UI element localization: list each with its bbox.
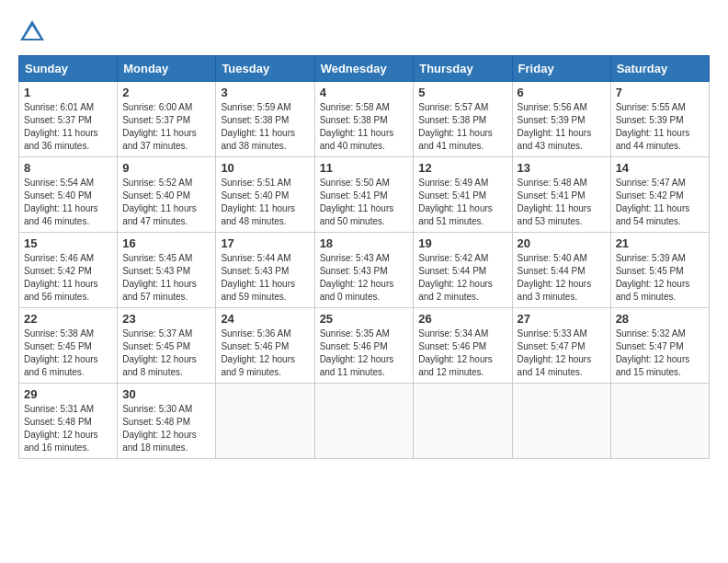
calendar-cell (512, 384, 610, 459)
calendar-cell (314, 384, 414, 459)
day-info: Sunrise: 5:36 AMSunset: 5:46 PMDaylight:… (221, 327, 309, 379)
day-number: 22 (24, 312, 112, 326)
day-number: 17 (221, 236, 309, 250)
calendar-cell: 2Sunrise: 6:00 AMSunset: 5:37 PMDaylight… (118, 82, 216, 157)
day-number: 7 (616, 86, 704, 99)
calendar-cell: 28Sunrise: 5:32 AMSunset: 5:47 PMDayligh… (610, 308, 709, 384)
calendar-cell: 12Sunrise: 5:49 AMSunset: 5:41 PMDayligh… (414, 157, 512, 233)
calendar-cell (414, 384, 512, 459)
header-monday: Monday (118, 56, 216, 82)
day-number: 13 (518, 161, 606, 175)
logo-icon (18, 18, 46, 46)
day-info: Sunrise: 6:01 AMSunset: 5:37 PMDaylight:… (24, 101, 112, 153)
day-number: 16 (122, 236, 210, 250)
day-number: 23 (122, 312, 210, 326)
week-row-5: 29Sunrise: 5:31 AMSunset: 5:48 PMDayligh… (19, 384, 710, 459)
day-info: Sunrise: 5:32 AMSunset: 5:47 PMDaylight:… (616, 327, 704, 379)
header-saturday: Saturday (610, 56, 709, 82)
calendar-cell: 16Sunrise: 5:45 AMSunset: 5:43 PMDayligh… (118, 233, 216, 308)
calendar-cell: 26Sunrise: 5:34 AMSunset: 5:46 PMDayligh… (414, 308, 512, 384)
calendar-cell: 3Sunrise: 5:59 AMSunset: 5:38 PMDaylight… (216, 82, 314, 157)
day-info: Sunrise: 5:35 AMSunset: 5:46 PMDaylight:… (320, 327, 409, 379)
day-info: Sunrise: 5:50 AMSunset: 5:41 PMDaylight:… (320, 177, 409, 228)
day-number: 6 (518, 86, 606, 99)
day-number: 20 (518, 236, 606, 250)
calendar-table: SundayMondayTuesdayWednesdayThursdayFrid… (18, 55, 710, 459)
day-info: Sunrise: 5:48 AMSunset: 5:41 PMDaylight:… (518, 177, 606, 228)
day-number: 10 (221, 161, 309, 175)
day-info: Sunrise: 5:37 AMSunset: 5:45 PMDaylight:… (122, 327, 210, 379)
calendar-cell: 29Sunrise: 5:31 AMSunset: 5:48 PMDayligh… (19, 384, 118, 459)
calendar-cell: 1Sunrise: 6:01 AMSunset: 5:37 PMDaylight… (19, 82, 118, 157)
day-info: Sunrise: 5:55 AMSunset: 5:39 PMDaylight:… (616, 101, 704, 153)
day-number: 29 (24, 387, 112, 401)
day-number: 15 (24, 236, 112, 250)
day-number: 9 (122, 161, 210, 175)
calendar-cell: 23Sunrise: 5:37 AMSunset: 5:45 PMDayligh… (118, 308, 216, 384)
day-number: 11 (320, 161, 409, 175)
calendar-cell: 25Sunrise: 5:35 AMSunset: 5:46 PMDayligh… (314, 308, 414, 384)
day-number: 30 (122, 387, 210, 401)
calendar-cell (216, 384, 314, 459)
calendar-cell: 18Sunrise: 5:43 AMSunset: 5:43 PMDayligh… (314, 233, 414, 308)
calendar-cell: 20Sunrise: 5:40 AMSunset: 5:44 PMDayligh… (512, 233, 610, 308)
calendar-cell: 9Sunrise: 5:52 AMSunset: 5:40 PMDaylight… (118, 157, 216, 233)
day-number: 3 (221, 86, 309, 99)
calendar-cell: 21Sunrise: 5:39 AMSunset: 5:45 PMDayligh… (610, 233, 709, 308)
calendar-cell: 4Sunrise: 5:58 AMSunset: 5:38 PMDaylight… (314, 82, 414, 157)
day-number: 18 (320, 236, 409, 250)
calendar-cell: 5Sunrise: 5:57 AMSunset: 5:38 PMDaylight… (414, 82, 512, 157)
day-number: 1 (24, 86, 112, 99)
calendar-cell: 7Sunrise: 5:55 AMSunset: 5:39 PMDaylight… (610, 82, 709, 157)
header-friday: Friday (512, 56, 610, 82)
day-number: 27 (518, 312, 606, 326)
day-number: 12 (418, 161, 506, 175)
calendar-cell: 14Sunrise: 5:47 AMSunset: 5:42 PMDayligh… (610, 157, 709, 233)
day-number: 24 (221, 312, 309, 326)
calendar-cell: 27Sunrise: 5:33 AMSunset: 5:47 PMDayligh… (512, 308, 610, 384)
header-tuesday: Tuesday (216, 56, 314, 82)
header-thursday: Thursday (414, 56, 512, 82)
calendar-cell: 13Sunrise: 5:48 AMSunset: 5:41 PMDayligh… (512, 157, 610, 233)
day-info: Sunrise: 5:47 AMSunset: 5:42 PMDaylight:… (616, 177, 704, 228)
calendar-cell: 19Sunrise: 5:42 AMSunset: 5:44 PMDayligh… (414, 233, 512, 308)
day-info: Sunrise: 6:00 AMSunset: 5:37 PMDaylight:… (122, 101, 210, 153)
calendar-cell: 15Sunrise: 5:46 AMSunset: 5:42 PMDayligh… (19, 233, 118, 308)
day-number: 5 (418, 86, 506, 99)
calendar-cell: 8Sunrise: 5:54 AMSunset: 5:40 PMDaylight… (19, 157, 118, 233)
day-number: 28 (616, 312, 704, 326)
calendar-cell (610, 384, 709, 459)
week-row-2: 8Sunrise: 5:54 AMSunset: 5:40 PMDaylight… (19, 157, 710, 233)
day-number: 4 (320, 86, 409, 99)
day-number: 25 (320, 312, 409, 326)
day-info: Sunrise: 5:44 AMSunset: 5:43 PMDaylight:… (221, 252, 309, 304)
day-info: Sunrise: 5:34 AMSunset: 5:46 PMDaylight:… (418, 327, 506, 379)
day-info: Sunrise: 5:43 AMSunset: 5:43 PMDaylight:… (320, 252, 409, 304)
day-number: 21 (616, 236, 704, 250)
day-info: Sunrise: 5:33 AMSunset: 5:47 PMDaylight:… (518, 327, 606, 379)
day-info: Sunrise: 5:59 AMSunset: 5:38 PMDaylight:… (221, 101, 309, 153)
week-row-4: 22Sunrise: 5:38 AMSunset: 5:45 PMDayligh… (19, 308, 710, 384)
week-row-3: 15Sunrise: 5:46 AMSunset: 5:42 PMDayligh… (19, 233, 710, 308)
day-number: 19 (418, 236, 506, 250)
day-info: Sunrise: 5:56 AMSunset: 5:39 PMDaylight:… (518, 101, 606, 153)
day-info: Sunrise: 5:57 AMSunset: 5:38 PMDaylight:… (418, 101, 506, 153)
day-info: Sunrise: 5:54 AMSunset: 5:40 PMDaylight:… (24, 177, 112, 228)
day-info: Sunrise: 5:45 AMSunset: 5:43 PMDaylight:… (122, 252, 210, 304)
calendar-cell: 22Sunrise: 5:38 AMSunset: 5:45 PMDayligh… (19, 308, 118, 384)
day-info: Sunrise: 5:49 AMSunset: 5:41 PMDaylight:… (418, 177, 506, 228)
calendar-cell: 11Sunrise: 5:50 AMSunset: 5:41 PMDayligh… (314, 157, 414, 233)
header-sunday: Sunday (19, 56, 118, 82)
day-info: Sunrise: 5:52 AMSunset: 5:40 PMDaylight:… (122, 177, 210, 228)
day-number: 8 (24, 161, 112, 175)
calendar-header-row: SundayMondayTuesdayWednesdayThursdayFrid… (19, 56, 710, 82)
calendar-cell: 30Sunrise: 5:30 AMSunset: 5:48 PMDayligh… (118, 384, 216, 459)
day-info: Sunrise: 5:58 AMSunset: 5:38 PMDaylight:… (320, 101, 409, 153)
calendar-cell: 17Sunrise: 5:44 AMSunset: 5:43 PMDayligh… (216, 233, 314, 308)
day-number: 2 (122, 86, 210, 99)
day-info: Sunrise: 5:46 AMSunset: 5:42 PMDaylight:… (24, 252, 112, 304)
logo (18, 18, 50, 46)
day-info: Sunrise: 5:39 AMSunset: 5:45 PMDaylight:… (616, 252, 704, 304)
day-info: Sunrise: 5:31 AMSunset: 5:48 PMDaylight:… (24, 403, 112, 454)
week-row-1: 1Sunrise: 6:01 AMSunset: 5:37 PMDaylight… (19, 82, 710, 157)
